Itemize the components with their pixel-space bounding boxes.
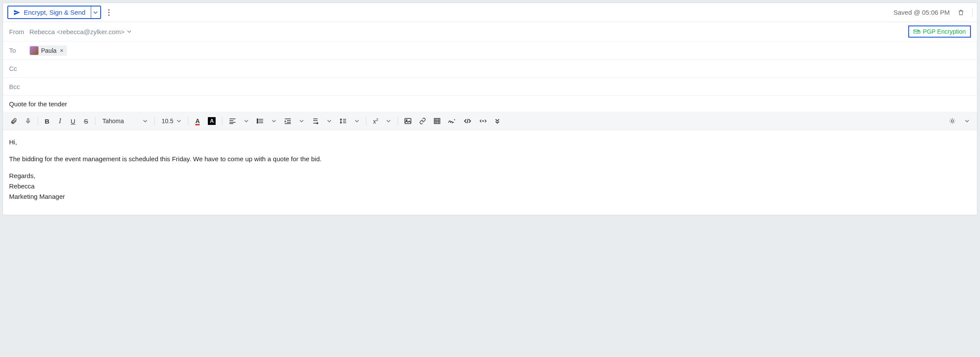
highlight-button[interactable]: A bbox=[205, 115, 219, 127]
superscript-dropdown[interactable] bbox=[383, 115, 394, 127]
embed-button[interactable] bbox=[476, 115, 490, 127]
top-bar-left: Encrypt, Sign & Send bbox=[7, 6, 112, 19]
italic-button[interactable]: I bbox=[54, 115, 66, 127]
superscript-icon: x2 bbox=[373, 118, 378, 125]
lock-mail-icon bbox=[913, 29, 920, 35]
svg-point-2 bbox=[108, 14, 109, 16]
attach-button[interactable] bbox=[7, 115, 20, 127]
insert-table-button[interactable] bbox=[431, 115, 443, 127]
font-color-icon: A bbox=[195, 118, 200, 124]
line-height-button[interactable] bbox=[337, 115, 350, 127]
top-bar: Encrypt, Sign & Send Saved @ 05:06 PM bbox=[3, 3, 977, 22]
signature-icon bbox=[448, 118, 456, 124]
chevron-down-icon bbox=[299, 119, 304, 123]
chevron-down-icon bbox=[177, 119, 181, 123]
superscript-button[interactable]: x2 bbox=[370, 115, 381, 127]
body-signoff: Regards, Rebecca Marketing Manager bbox=[9, 171, 971, 202]
remove-recipient-button[interactable]: × bbox=[59, 47, 64, 54]
close-icon: × bbox=[60, 47, 64, 54]
direction-button[interactable] bbox=[309, 115, 322, 127]
font-color-button[interactable]: A bbox=[192, 115, 203, 127]
list-dropdown[interactable] bbox=[268, 115, 280, 127]
chevron-down-icon bbox=[143, 119, 147, 123]
separator bbox=[366, 117, 366, 125]
svg-point-0 bbox=[108, 9, 109, 10]
font-family-value: Tahoma bbox=[102, 118, 124, 124]
font-family-select[interactable]: Tahoma bbox=[99, 116, 151, 126]
brightness-icon bbox=[949, 118, 956, 124]
chevron-down-icon bbox=[965, 119, 969, 123]
chevron-down-icon bbox=[127, 29, 131, 34]
chevron-down-icon bbox=[93, 10, 98, 15]
insert-link-button[interactable] bbox=[416, 115, 429, 127]
list-button[interactable] bbox=[254, 115, 267, 127]
signature-button[interactable] bbox=[445, 115, 459, 127]
theme-dropdown[interactable] bbox=[961, 115, 973, 127]
microphone-icon bbox=[25, 118, 31, 124]
align-left-icon bbox=[229, 118, 236, 124]
font-size-value: 10.5 bbox=[162, 118, 173, 124]
line-height-dropdown[interactable] bbox=[351, 115, 363, 127]
chevron-down-icon bbox=[327, 119, 331, 123]
top-bar-right: Saved @ 05:06 PM bbox=[894, 7, 973, 18]
from-label: From bbox=[9, 28, 24, 35]
cc-label: Cc bbox=[9, 65, 24, 72]
align-dropdown[interactable] bbox=[241, 115, 252, 127]
indent-dropdown[interactable] bbox=[296, 115, 307, 127]
svg-point-13 bbox=[951, 120, 953, 122]
indent-icon bbox=[284, 118, 291, 124]
theme-button[interactable] bbox=[946, 115, 959, 127]
chevron-down-icon bbox=[386, 119, 391, 123]
underline-button[interactable]: U bbox=[67, 115, 79, 127]
format-toolbar: B I U S Tahoma 10.5 A A bbox=[3, 112, 977, 130]
trash-icon bbox=[958, 9, 964, 16]
cc-row[interactable]: Cc bbox=[3, 60, 977, 78]
send-button-group: Encrypt, Sign & Send bbox=[7, 6, 101, 19]
more-options-button[interactable] bbox=[105, 7, 112, 18]
subject-text: Quote for the tender bbox=[9, 100, 67, 108]
from-left: From Rebecca <rebecca@zylker.com> bbox=[9, 28, 131, 35]
bold-button[interactable]: B bbox=[41, 115, 53, 127]
send-options-dropdown[interactable] bbox=[91, 6, 100, 18]
bcc-label: Bcc bbox=[9, 83, 24, 90]
svg-rect-5 bbox=[27, 118, 29, 121]
to-row[interactable]: To Paula × bbox=[3, 41, 977, 60]
indent-button[interactable] bbox=[281, 115, 294, 127]
svg-rect-3 bbox=[913, 30, 918, 33]
svg-point-12 bbox=[483, 121, 484, 121]
body-greeting: Hi, bbox=[9, 137, 971, 147]
chevron-down-icon bbox=[244, 119, 248, 123]
recipient-chip[interactable]: Paula × bbox=[29, 45, 67, 56]
strikethrough-button[interactable]: S bbox=[80, 115, 92, 127]
direction-dropdown[interactable] bbox=[324, 115, 335, 127]
image-icon bbox=[404, 118, 411, 124]
delete-button[interactable] bbox=[956, 7, 966, 18]
body-paragraph: The bidding for the event management is … bbox=[9, 154, 971, 164]
highlight-icon: A bbox=[208, 117, 216, 125]
chevron-double-down-icon bbox=[495, 118, 500, 124]
insert-image-button[interactable] bbox=[401, 115, 414, 127]
voice-button[interactable] bbox=[22, 115, 34, 127]
pgp-encryption-button[interactable]: PGP Encryption bbox=[908, 26, 971, 38]
format-bar-right bbox=[946, 115, 973, 127]
subject-row[interactable]: Quote for the tender bbox=[3, 96, 977, 112]
recipient-name: Paula bbox=[41, 47, 57, 54]
chevron-down-icon bbox=[272, 119, 276, 123]
align-button[interactable] bbox=[226, 115, 239, 127]
to-label: To bbox=[9, 47, 24, 54]
from-selector[interactable]: Rebecca <rebecca@zylker.com> bbox=[29, 28, 131, 35]
embed-icon bbox=[479, 118, 487, 124]
link-icon bbox=[419, 118, 426, 124]
bcc-row[interactable]: Bcc bbox=[3, 78, 977, 96]
more-format-button[interactable] bbox=[492, 115, 503, 127]
svg-rect-4 bbox=[918, 31, 920, 33]
separator bbox=[188, 117, 188, 125]
paperclip-icon bbox=[10, 118, 17, 124]
send-button-label: Encrypt, Sign & Send bbox=[24, 9, 86, 16]
separator bbox=[222, 117, 223, 125]
font-size-select[interactable]: 10.5 bbox=[158, 116, 185, 126]
from-row: From Rebecca <rebecca@zylker.com> PGP En… bbox=[3, 22, 977, 41]
code-button[interactable] bbox=[461, 115, 474, 127]
encrypt-sign-send-button[interactable]: Encrypt, Sign & Send bbox=[8, 6, 91, 18]
email-body[interactable]: Hi, The bidding for the event management… bbox=[3, 130, 977, 215]
